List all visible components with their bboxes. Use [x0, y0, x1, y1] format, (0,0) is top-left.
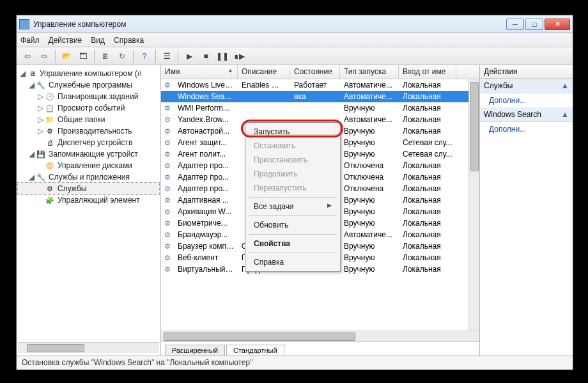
- menubar: Файл Действие Вид Справка: [17, 33, 573, 47]
- ctx-resume: Продолжить: [247, 167, 338, 181]
- maximize-button[interactable]: □: [525, 19, 543, 30]
- nav-tree[interactable]: ◢🖥Управление компьютером (л◢🔧Служебные п…: [17, 65, 161, 356]
- gear-icon: ⚙: [163, 265, 172, 274]
- ctx-restart: Перезапустить: [247, 181, 338, 195]
- tree-node[interactable]: ▷📋Просмотр событий: [18, 102, 159, 114]
- forward-arrow-icon[interactable]: ⇨: [37, 49, 51, 63]
- gear-icon: ⚙: [163, 207, 172, 216]
- ctx-start[interactable]: Запустить: [247, 125, 338, 139]
- service-row[interactable]: ⚙Windows SearchвкаАвтоматиче...Локальная: [161, 91, 479, 102]
- menu-file[interactable]: Файл: [20, 36, 40, 45]
- collapse-arrow-icon: ▲: [561, 81, 569, 90]
- tree-horizontal-scrollbar[interactable]: [18, 342, 159, 353]
- tree-node[interactable]: ▷📁Общие папки: [18, 114, 159, 125]
- column-header[interactable]: Имя: [161, 65, 238, 79]
- view-tabs: Расширенный Стандартный: [161, 341, 479, 356]
- gear-icon: ⚙: [163, 184, 172, 193]
- actions-more-1[interactable]: Дополни...: [480, 93, 573, 107]
- tree-node[interactable]: ◢🔧Служебные программы: [18, 79, 159, 91]
- properties-icon[interactable]: 🗔: [76, 49, 90, 63]
- scroll-thumb[interactable]: [470, 82, 479, 171]
- service-row[interactable]: ⚙WMI Perform...ВручнуюЛокальная: [161, 102, 479, 114]
- actions-pane: Действия Службы ▲ Дополни... Windows Sea…: [479, 65, 573, 356]
- tree-node[interactable]: ◢🖥Управление компьютером (л: [18, 68, 159, 79]
- column-header[interactable]: Тип запуска: [340, 65, 399, 79]
- up-folder-icon[interactable]: 📂: [59, 49, 74, 63]
- context-menu: Запустить Остановить Приостановить Продо…: [245, 122, 341, 272]
- hscroll-thumb[interactable]: [164, 332, 355, 341]
- pause-icon[interactable]: ❚❚: [215, 49, 229, 63]
- stop-icon[interactable]: ■: [199, 49, 213, 63]
- horizontal-scrollbar[interactable]: [161, 331, 479, 341]
- menu-view[interactable]: Вид: [91, 36, 105, 45]
- export-icon[interactable]: 🗎: [98, 49, 112, 63]
- actions-section-selected-label: Windows Search: [484, 110, 541, 119]
- minimize-button[interactable]: ─: [506, 19, 524, 30]
- tree-node[interactable]: ◢💾Запоминающие устройст: [18, 148, 159, 160]
- column-header[interactable]: Состояние: [290, 65, 340, 79]
- actions-header: Действия: [480, 65, 573, 79]
- ctx-pause: Приостановить: [247, 153, 338, 167]
- tree-node[interactable]: 🧩Управляющий элемент: [18, 194, 159, 206]
- gear-icon: ⚙: [163, 161, 172, 170]
- restart-icon[interactable]: ∎▶: [232, 49, 246, 63]
- play-icon[interactable]: ▶: [182, 49, 196, 63]
- tree-node[interactable]: 🖨Диспетчер устройств: [18, 137, 159, 148]
- tree-node[interactable]: 📀Управление дисками: [18, 160, 159, 171]
- list-icon[interactable]: ☰: [160, 49, 174, 63]
- gear-icon: ⚙: [163, 104, 172, 113]
- gear-icon: ⚙: [163, 81, 172, 90]
- column-header[interactable]: Описание: [238, 65, 290, 79]
- gear-icon: ⚙: [163, 115, 172, 124]
- column-header[interactable]: Вход от име: [399, 65, 456, 79]
- gear-icon: ⚙: [163, 127, 172, 136]
- tree-node[interactable]: ⚙Службы: [18, 183, 159, 194]
- service-row[interactable]: ⚙Windows Live ID S...Enables Wi...Работа…: [161, 79, 479, 91]
- gear-icon: ⚙: [163, 242, 172, 251]
- tree-node[interactable]: ◢🔧Службы и приложения: [18, 171, 159, 183]
- app-window: Управление компьютером ─ □ ✕ Файл Действ…: [16, 15, 573, 370]
- ctx-alltasks[interactable]: Все задачи: [247, 199, 338, 214]
- actions-section-selected[interactable]: Windows Search ▲: [480, 107, 573, 122]
- actions-section-services-label: Службы: [484, 81, 513, 90]
- tree-node[interactable]: ▷🕒Планировщик заданий: [18, 91, 159, 102]
- tab-standard[interactable]: Стандартный: [226, 345, 284, 356]
- gear-icon: ⚙: [163, 150, 172, 159]
- close-button[interactable]: ✕: [545, 19, 570, 30]
- collapse-arrow-icon: ▲: [561, 110, 569, 119]
- ctx-stop: Остановить: [247, 139, 338, 153]
- gear-icon: ⚙: [163, 253, 172, 262]
- gear-icon: ⚙: [163, 219, 172, 228]
- window-title: Управление компьютером: [33, 20, 506, 29]
- ctx-help[interactable]: Справка: [247, 255, 338, 269]
- back-arrow-icon[interactable]: ⇦: [20, 49, 35, 63]
- ctx-properties[interactable]: Свойства: [247, 237, 338, 251]
- column-headers[interactable]: ИмяОписаниеСостояниеТип запускаВход от и…: [161, 65, 479, 79]
- refresh-icon[interactable]: ↻: [115, 49, 129, 63]
- ctx-refresh[interactable]: Обновить: [247, 218, 338, 232]
- menu-action[interactable]: Действие: [49, 36, 82, 45]
- tree-node[interactable]: ▷⚙Производительность: [18, 125, 159, 137]
- gear-icon: ⚙: [163, 196, 172, 205]
- gear-icon: ⚙: [163, 173, 172, 182]
- actions-section-services[interactable]: Службы ▲: [480, 79, 573, 93]
- statusbar: Остановка службы "Windows Search" на "Ло…: [17, 356, 573, 370]
- vertical-scrollbar[interactable]: [468, 79, 479, 331]
- app-icon: [19, 19, 29, 29]
- tab-extended[interactable]: Расширенный: [165, 345, 225, 356]
- gear-icon: ⚙: [163, 230, 172, 239]
- menu-help[interactable]: Справка: [114, 36, 144, 45]
- toolbar: ⇦ ⇨ 📂 🗔 🗎 ↻ ? ☰ ▶ ■ ❚❚ ∎▶: [17, 47, 573, 65]
- help-icon[interactable]: ?: [137, 49, 151, 63]
- actions-more-2[interactable]: Дополни...: [480, 122, 573, 136]
- titlebar[interactable]: Управление компьютером ─ □ ✕: [17, 15, 573, 33]
- gear-icon: ⚙: [163, 138, 172, 147]
- gear-icon: ⚙: [163, 92, 172, 101]
